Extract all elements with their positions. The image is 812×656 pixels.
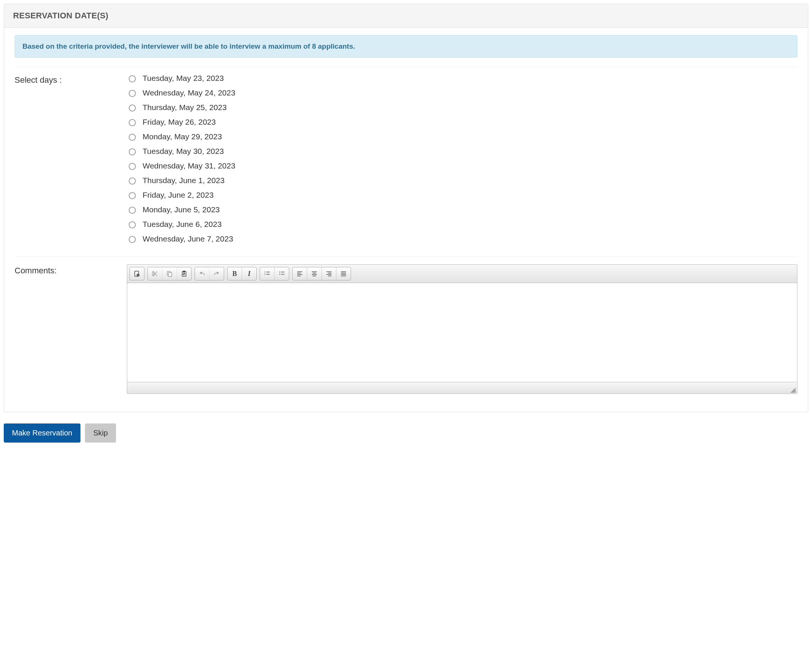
comments-input[interactable]	[127, 283, 797, 381]
svg-point-11	[279, 271, 280, 272]
align-left-icon	[296, 270, 303, 277]
day-label: Thursday, June 1, 2023	[142, 176, 224, 185]
align-left-button[interactable]	[293, 267, 307, 280]
day-radio[interactable]	[129, 104, 136, 111]
clipboard-icon	[181, 270, 187, 277]
day-option[interactable]: Monday, June 5, 2023	[127, 205, 797, 214]
rich-text-editor: B I 1	[127, 265, 797, 394]
svg-text:1: 1	[264, 271, 266, 273]
day-option[interactable]: Thursday, May 25, 2023	[127, 103, 797, 112]
align-center-button[interactable]	[307, 267, 322, 280]
editor-footer	[127, 382, 797, 393]
day-option[interactable]: Friday, June 2, 2023	[127, 190, 797, 200]
day-label: Wednesday, May 24, 2023	[142, 88, 235, 97]
unordered-list-icon	[278, 270, 285, 277]
day-option[interactable]: Tuesday, June 6, 2023	[127, 220, 797, 229]
align-justify-icon	[340, 270, 347, 277]
day-radio[interactable]	[129, 192, 136, 199]
ordered-list-icon: 1 2	[264, 270, 270, 277]
source-button[interactable]	[130, 267, 144, 280]
select-days-label: Select days :	[15, 74, 127, 85]
days-list: Tuesday, May 23, 2023Wednesday, May 24, …	[127, 74, 797, 249]
undo-icon	[199, 270, 205, 277]
svg-rect-6	[168, 272, 172, 277]
resize-grip-icon[interactable]	[790, 388, 795, 393]
info-alert: Based on the criteria provided, the inte…	[15, 35, 797, 58]
skip-button[interactable]: Skip	[85, 424, 116, 442]
divider	[15, 67, 797, 67]
source-icon	[134, 270, 140, 277]
day-option[interactable]: Monday, May 29, 2023	[127, 132, 797, 141]
day-label: Tuesday, May 30, 2023	[142, 147, 224, 156]
unordered-list-button[interactable]	[275, 267, 289, 280]
reservation-panel: RESERVATION DATE(S) Based on the criteri…	[4, 4, 808, 412]
italic-icon: I	[248, 270, 250, 278]
panel-header: RESERVATION DATE(S)	[4, 4, 808, 28]
day-option[interactable]: Friday, May 26, 2023	[127, 118, 797, 127]
scissors-icon	[151, 270, 158, 277]
select-days-row: Select days : Tuesday, May 23, 2023Wedne…	[15, 74, 797, 249]
copy-button[interactable]	[162, 267, 177, 280]
comments-label: Comments:	[15, 265, 127, 275]
day-radio[interactable]	[129, 134, 136, 141]
day-label: Tuesday, June 6, 2023	[142, 220, 222, 229]
day-radio[interactable]	[129, 75, 136, 82]
day-radio[interactable]	[129, 119, 136, 126]
day-label: Tuesday, May 23, 2023	[142, 74, 224, 83]
make-reservation-button[interactable]: Make Reservation	[4, 424, 80, 442]
svg-text:2: 2	[264, 273, 266, 275]
day-option[interactable]: Wednesday, May 31, 2023	[127, 161, 797, 170]
day-radio[interactable]	[129, 178, 136, 184]
comments-row: Comments:	[15, 265, 797, 394]
day-option[interactable]: Wednesday, May 24, 2023	[127, 88, 797, 97]
copy-icon	[166, 270, 173, 277]
editor-toolbar: B I 1	[127, 265, 797, 283]
day-option[interactable]: Wednesday, June 7, 2023	[127, 234, 797, 243]
day-radio[interactable]	[129, 207, 136, 214]
day-label: Monday, May 29, 2023	[142, 132, 222, 141]
svg-point-12	[279, 274, 280, 274]
day-option[interactable]: Thursday, June 1, 2023	[127, 176, 797, 185]
day-label: Wednesday, June 7, 2023	[142, 234, 233, 243]
align-center-icon	[311, 270, 318, 277]
paste-button[interactable]	[177, 267, 191, 280]
action-bar: Make Reservation Skip	[4, 424, 808, 442]
align-justify-button[interactable]	[337, 267, 350, 280]
day-radio[interactable]	[129, 90, 136, 97]
day-radio[interactable]	[129, 163, 136, 170]
align-right-icon	[326, 270, 332, 277]
bold-icon: B	[232, 270, 237, 278]
day-option[interactable]: Tuesday, May 23, 2023	[127, 74, 797, 83]
align-right-button[interactable]	[322, 267, 337, 280]
undo-button[interactable]	[195, 267, 210, 280]
bold-button[interactable]: B	[227, 267, 242, 280]
svg-rect-8	[183, 271, 185, 272]
day-label: Monday, June 5, 2023	[142, 205, 220, 214]
day-radio[interactable]	[129, 236, 136, 243]
day-radio[interactable]	[129, 221, 136, 228]
day-option[interactable]: Tuesday, May 30, 2023	[127, 147, 797, 156]
panel-body: Based on the criteria provided, the inte…	[4, 28, 808, 412]
redo-button[interactable]	[210, 267, 224, 280]
ordered-list-button[interactable]: 1 2	[260, 267, 275, 280]
panel-title: RESERVATION DATE(S)	[13, 11, 108, 20]
cut-button[interactable]	[148, 267, 162, 280]
italic-button[interactable]: I	[242, 267, 256, 280]
day-label: Wednesday, May 31, 2023	[142, 161, 235, 170]
divider	[15, 257, 797, 257]
day-label: Thursday, May 25, 2023	[142, 103, 227, 112]
redo-icon	[213, 270, 220, 277]
day-label: Friday, June 2, 2023	[142, 190, 214, 200]
day-radio[interactable]	[129, 148, 136, 155]
day-label: Friday, May 26, 2023	[142, 118, 216, 127]
